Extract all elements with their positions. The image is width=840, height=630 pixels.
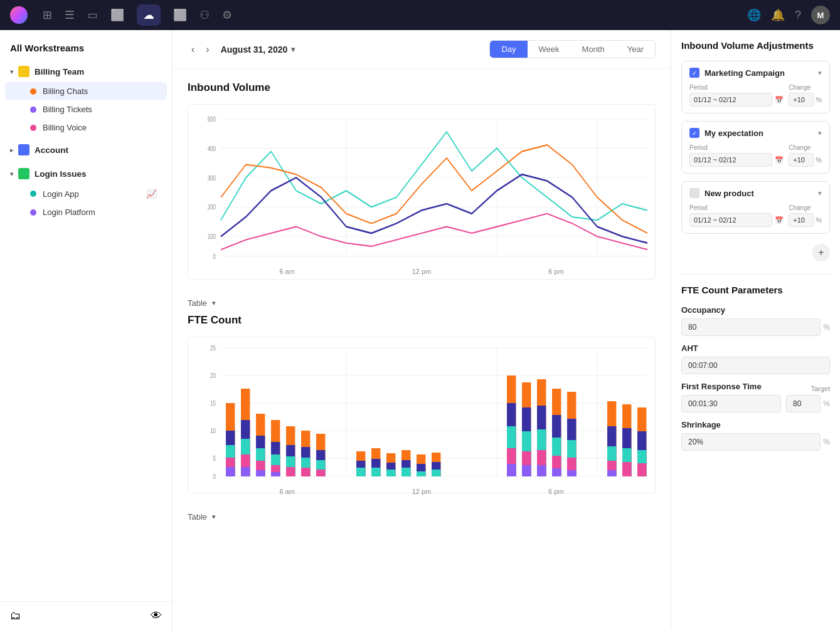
marketing-checkbox[interactable]: ✓ xyxy=(689,68,699,78)
param-shrinkage: Shrinkage 20% % xyxy=(681,420,830,451)
billing-chats-label: Billing Chats xyxy=(43,87,88,96)
prev-date-button[interactable]: ‹ xyxy=(188,43,198,56)
nav-people-icon[interactable]: ⚇ xyxy=(199,8,210,22)
svg-rect-79 xyxy=(432,470,440,476)
fte-chart-x-labels: 6 am 12 pm 6 pm xyxy=(196,485,647,495)
add-adjustment-button[interactable]: + xyxy=(812,244,830,261)
expectation-checkbox[interactable]: ✓ xyxy=(689,128,699,138)
expectation-period-input[interactable]: 01/12 ~ 02/12 xyxy=(689,153,772,167)
billing-voice-label: Billing Voice xyxy=(43,123,87,132)
period-tab-week[interactable]: Week xyxy=(528,41,571,58)
expectation-change-input[interactable]: +10 xyxy=(789,153,814,167)
expectation-pct-label: % xyxy=(816,156,822,164)
expectation-header: ✓ My expectation ▾ xyxy=(689,128,822,138)
fte-table-toggle[interactable]: Table ▾ xyxy=(173,506,671,528)
occupancy-label: Occupancy xyxy=(681,305,830,315)
nav-globe-icon[interactable]: 🌐 xyxy=(747,8,761,22)
new-product-period-input[interactable]: 01/12 ~ 02/12 xyxy=(689,213,772,227)
svg-text:300: 300 xyxy=(208,175,216,182)
nav-grid-icon[interactable]: ⊞ xyxy=(43,8,52,22)
frt-target-label: Target xyxy=(811,385,830,392)
occupancy-input[interactable]: 80 xyxy=(681,318,821,336)
period-tab-month[interactable]: Month xyxy=(571,41,616,58)
new-product-period-group: Period 01/12 ~ 02/12 📅 xyxy=(689,204,784,227)
date-selector[interactable]: August 31, 2020 ▾ xyxy=(221,45,295,55)
svg-rect-39 xyxy=(241,467,250,476)
sidebar-item-billing-chats[interactable]: Billing Chats xyxy=(5,82,167,100)
svg-text:100: 100 xyxy=(208,233,216,240)
billing-tickets-dot xyxy=(30,107,36,113)
sidebar-group-login-header[interactable]: ▾ Login Issues xyxy=(0,163,172,184)
svg-rect-49 xyxy=(271,472,280,476)
frt-input[interactable]: 00:01:30 xyxy=(681,395,781,412)
marketing-label: Marketing Campaign xyxy=(704,68,813,78)
sidebar-item-billing-voice[interactable]: Billing Voice xyxy=(5,118,167,137)
inbound-chart-x-labels: 6 am 12 pm 6 pm xyxy=(196,265,647,275)
marketing-change-input[interactable]: +10 xyxy=(789,93,814,107)
new-product-change-input[interactable]: +10 xyxy=(789,213,814,227)
new-product-checkbox[interactable] xyxy=(689,188,699,198)
sidebar-footer-right-icon[interactable]: 👁 xyxy=(151,609,162,622)
next-date-button[interactable]: › xyxy=(202,43,213,56)
marketing-period-row: 01/12 ~ 02/12 📅 xyxy=(689,93,784,107)
svg-rect-70 xyxy=(386,470,395,476)
expectation-change-label: Change xyxy=(789,144,822,151)
calendar-small-icon2: 📅 xyxy=(775,156,784,164)
new-product-chevron-icon[interactable]: ▾ xyxy=(818,189,822,197)
svg-text:0: 0 xyxy=(213,253,216,260)
sidebar-group-account-header[interactable]: ▸ Account xyxy=(0,139,172,160)
panel-divider xyxy=(681,274,830,275)
period-tab-day[interactable]: Day xyxy=(490,41,527,58)
login-platform-label: Login Platform xyxy=(43,207,95,217)
frt-target-col: Target xyxy=(811,385,830,395)
inbound-table-toggle[interactable]: Table ▾ xyxy=(173,292,671,314)
expectation-chevron-icon[interactable]: ▾ xyxy=(818,129,822,137)
billing-tickets-label: Billing Tickets xyxy=(43,105,92,114)
top-nav: ⊞ ☰ ▭ ⬜ ☁ ⬜ ⚇ ⚙ 🌐 🔔 ? M xyxy=(0,0,840,30)
login-app-label: Login App xyxy=(43,189,79,199)
period-tab-year[interactable]: Year xyxy=(616,41,655,58)
account-folder-icon xyxy=(18,144,29,155)
svg-rect-67 xyxy=(371,468,380,476)
nav-calendar-icon[interactable]: ⬜ xyxy=(173,8,187,22)
sidebar-item-login-app[interactable]: Login App 📈 xyxy=(5,184,167,203)
nav-settings-icon[interactable]: ⚙ xyxy=(222,8,232,22)
marketing-header: ✓ Marketing Campaign ▾ xyxy=(689,68,822,78)
nav-cloud-icon[interactable]: ☁ xyxy=(137,4,161,26)
adjustment-expectation: ✓ My expectation ▾ Period 01/12 ~ 02/12 … xyxy=(681,121,830,174)
calendar-small-icon3: 📅 xyxy=(775,216,784,224)
table-label: Table xyxy=(188,298,207,308)
sidebar-group-billing-header[interactable]: ▾ Billing Team xyxy=(0,61,172,82)
marketing-period-group: Period 01/12 ~ 02/12 📅 xyxy=(689,84,784,107)
expectation-change-group: Change +10 % xyxy=(789,144,822,167)
nav-help-icon[interactable]: ? xyxy=(795,9,801,22)
aht-input-row: 00:07:00 xyxy=(681,357,830,374)
marketing-change-group: Change +10 % xyxy=(789,84,822,107)
shrinkage-input[interactable]: 20% xyxy=(681,433,821,451)
nav-folder-icon[interactable]: ▭ xyxy=(87,8,98,22)
inbound-volume-title: Inbound Volume xyxy=(188,81,656,94)
nav-doc-icon[interactable]: ⬜ xyxy=(110,8,124,22)
frt-target-input[interactable]: 80 xyxy=(786,395,821,412)
svg-rect-57 xyxy=(301,468,310,476)
marketing-fields: Period 01/12 ~ 02/12 📅 Change +10 % xyxy=(689,84,822,107)
billing-chats-dot xyxy=(30,88,36,95)
user-avatar[interactable]: M xyxy=(811,6,830,24)
nav-right: 🌐 🔔 ? M xyxy=(747,6,830,24)
expectation-fields: Period 01/12 ~ 02/12 📅 Change +10 % xyxy=(689,144,822,167)
sidebar-item-billing-tickets[interactable]: Billing Tickets xyxy=(5,100,167,118)
sidebar-item-login-platform[interactable]: Login Platform xyxy=(5,203,167,221)
frt-label-row: First Response Time Target xyxy=(681,382,830,395)
svg-rect-73 xyxy=(401,468,410,476)
shrinkage-pct: % xyxy=(823,438,830,446)
sidebar-footer-left-icon[interactable]: 🗂 xyxy=(10,609,21,622)
new-product-header: New product ▾ xyxy=(689,188,822,198)
marketing-period-input[interactable]: 01/12 ~ 02/12 xyxy=(689,93,772,107)
occupancy-pct: % xyxy=(823,323,830,332)
panel-title-inbound: Inbound Volume Adjustments xyxy=(681,40,830,51)
nav-bell-icon[interactable]: 🔔 xyxy=(771,8,785,22)
nav-list-icon[interactable]: ☰ xyxy=(65,8,75,22)
aht-input[interactable]: 00:07:00 xyxy=(681,357,830,374)
marketing-chevron-icon[interactable]: ▾ xyxy=(818,69,822,77)
app-logo[interactable] xyxy=(10,6,28,24)
